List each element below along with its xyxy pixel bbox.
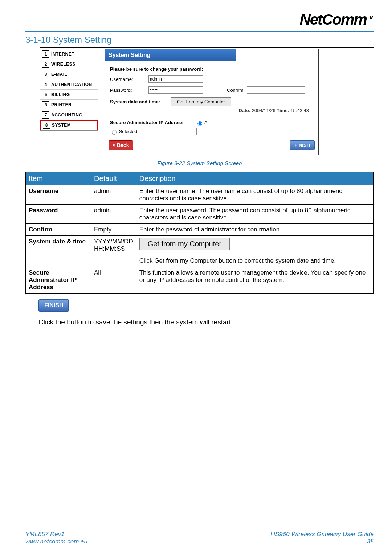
sidebar-item-wireless[interactable]: 2WIRELESS: [40, 59, 98, 69]
panel-title: System Setting: [105, 49, 236, 61]
sidebar-item-printer[interactable]: 6PRINTER: [40, 100, 98, 110]
footer-url: www.netcomm.com.au: [25, 538, 87, 545]
sidebar-item-e-mail[interactable]: 3E-MAIL: [40, 69, 98, 79]
radio-selected-label: Selected: [119, 129, 138, 134]
sidebar-num: 5: [42, 91, 49, 98]
cell-description: Get from my ComputerClick Get from my Co…: [136, 235, 373, 267]
radio-selected[interactable]: [112, 130, 117, 135]
table-row: UsernameadminEnter the user name. The us…: [26, 185, 374, 204]
radio-all[interactable]: [197, 121, 202, 126]
brand-text: NetComm: [299, 11, 366, 28]
sidebar-num: 7: [42, 111, 49, 119]
page-header: NetCommTM: [25, 11, 374, 32]
trademark: TM: [367, 15, 374, 20]
section-title: 3-1-10 System Setting: [25, 35, 374, 45]
page-footer: YML857 Rev1 www.netcomm.com.au HS960 Wir…: [25, 529, 374, 545]
footer-rev: YML857 Rev1: [25, 531, 87, 538]
description-table: Item Default Description UsernameadminEn…: [25, 172, 374, 294]
sidebar-item-label: PRINTER: [51, 102, 72, 107]
sidebar-num: 1: [42, 50, 49, 58]
get-from-computer-button[interactable]: Get from my Computer: [171, 97, 231, 106]
sidebar-item-internet[interactable]: 1INTERNET: [40, 49, 98, 59]
table-row: ConfirmEmptyEnter the password of admini…: [26, 223, 374, 235]
username-label: Username:: [110, 77, 146, 82]
cell-description: Enter the user password. The password ca…: [136, 204, 373, 223]
sidebar-item-system[interactable]: 8SYSTEM: [40, 120, 98, 130]
table-row: PasswordadminEnter the user password. Th…: [26, 204, 374, 223]
figure-caption: Figure 3-22 System Setting Screen: [25, 160, 374, 166]
cell-item: Secure Administrator IP Address: [26, 267, 91, 293]
datetime-label: System date and time:: [110, 99, 160, 104]
settings-panel: System Setting Please be sure to change …: [105, 49, 319, 155]
username-field[interactable]: [148, 75, 203, 83]
finish-badge: FINISH: [38, 299, 69, 312]
th-description: Description: [136, 172, 373, 185]
th-default: Default: [91, 172, 136, 185]
sidebar-item-accounting[interactable]: 7ACCOUNTING: [40, 110, 98, 120]
cell-default: YYYY/MM/DD HH:MM:SS: [91, 235, 136, 267]
sidebar-num: 6: [42, 101, 49, 108]
panel-prompt: Please be sure to change your password:: [110, 66, 313, 72]
cell-description: Enter the user name. The user name can c…: [136, 185, 373, 204]
selected-ip-field[interactable]: [139, 128, 197, 135]
cell-default: admin: [91, 204, 136, 223]
secure-ip-label: Secure Administrator IP Address: [110, 120, 184, 125]
brand-logo: NetCommTM: [299, 11, 374, 28]
password-label: Password:: [110, 87, 146, 93]
sidebar-num: 4: [42, 81, 49, 88]
datetime-display: Date: 2004/11/26 Time: 15:43:43: [110, 108, 313, 113]
cell-default: Empty: [91, 223, 136, 235]
app-screenshot: 1INTERNET2WIRELESS3E-MAIL4AUTHENTICATION…: [40, 49, 374, 155]
body-text: Click the button to save the settings th…: [38, 318, 374, 326]
footer-guide: HS960 Wireless Gateway User Guide: [271, 531, 374, 538]
cell-item: Password: [26, 204, 91, 223]
table-row: System date & timeYYYY/MM/DD HH:MM:SSGet…: [26, 235, 374, 267]
radio-all-label: All: [204, 120, 209, 125]
cell-item: Username: [26, 185, 91, 204]
sidebar-num: 8: [43, 122, 50, 129]
back-button[interactable]: < Back: [109, 140, 133, 150]
cell-item: System date & time: [26, 235, 91, 267]
sidebar-item-label: E-MAIL: [51, 72, 67, 77]
confirm-label: Confirm:: [227, 87, 245, 93]
th-item: Item: [26, 172, 91, 185]
sidebar-item-label: BILLING: [51, 92, 70, 97]
table-row: Secure Administrator IP AddressAllThis f…: [26, 267, 374, 293]
sidebar-item-label: AUTHENTICATION: [51, 82, 92, 87]
sidebar: 1INTERNET2WIRELESS3E-MAIL4AUTHENTICATION…: [40, 49, 98, 131]
footer-page: 35: [271, 538, 374, 545]
screenshot-container: 1INTERNET2WIRELESS3E-MAIL4AUTHENTICATION…: [40, 47, 374, 155]
sidebar-num: 2: [42, 61, 49, 68]
cell-description: This function allows a remote user to ma…: [136, 267, 373, 293]
sidebar-item-label: WIRELESS: [51, 62, 75, 67]
password-field[interactable]: [148, 86, 203, 94]
get-from-computer-button-sample: Get from my Computer: [139, 238, 230, 250]
cell-description: Enter the password of administrator for …: [136, 223, 373, 235]
sidebar-item-label: SYSTEM: [52, 123, 71, 128]
sidebar-num: 3: [42, 71, 49, 78]
cell-item: Confirm: [26, 223, 91, 235]
sidebar-item-label: ACCOUNTING: [51, 112, 82, 118]
sidebar-item-label: INTERNET: [51, 52, 74, 57]
cell-default: admin: [91, 185, 136, 204]
sidebar-item-authentication[interactable]: 4AUTHENTICATION: [40, 79, 98, 90]
sidebar-item-billing[interactable]: 5BILLING: [40, 90, 98, 100]
finish-button[interactable]: FINISH: [290, 140, 315, 150]
cell-default: All: [91, 267, 136, 293]
confirm-field[interactable]: [247, 86, 305, 94]
